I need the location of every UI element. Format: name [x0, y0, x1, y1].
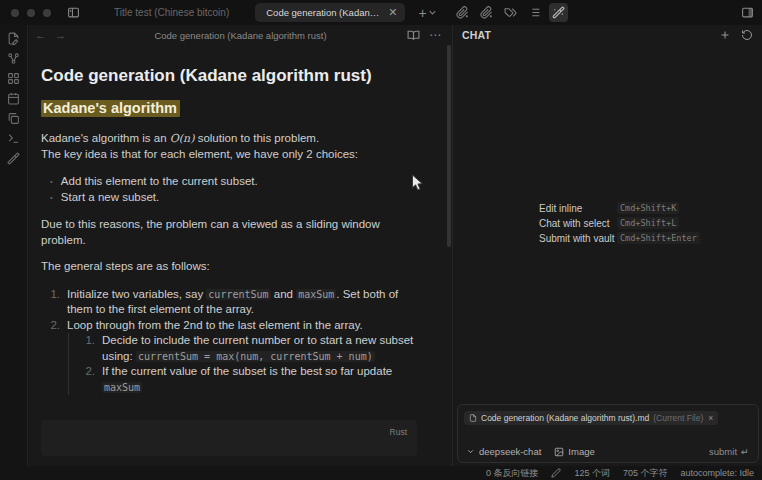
pencil-edit-icon[interactable]: [551, 468, 561, 478]
templates-copy-icon[interactable]: [7, 112, 20, 125]
image-icon: [554, 447, 564, 457]
chat-header: CHAT: [453, 25, 762, 45]
backlinks-count[interactable]: 0 条反向链接: [486, 467, 539, 480]
math-inline: O(n): [170, 132, 195, 145]
document-title: Code generation (Kadane algorithm rust): [41, 66, 420, 86]
file-icon: [469, 414, 477, 422]
attach-link-icon[interactable]: [453, 3, 472, 22]
editor-pane: ← → Code generation (Kadane algorithm ru…: [29, 25, 452, 466]
paragraph-line: The key idea is that for each element, w…: [41, 148, 358, 160]
paragraph: Kadane's algorithm is an O(n) solution t…: [41, 131, 420, 162]
chat-input-box[interactable]: Code generation (Kadane algorithm rust).…: [457, 404, 759, 463]
tab-code-generation[interactable]: Code generation (Kadan… ✕: [255, 3, 405, 22]
model-selector[interactable]: deepseek-chat: [466, 446, 541, 457]
tags-icon[interactable]: [501, 3, 520, 22]
graph-view-icon[interactable]: [7, 52, 20, 65]
new-tab-button[interactable]: +: [418, 5, 426, 21]
submit-button[interactable]: submit↵: [709, 446, 749, 457]
window-controls: [0, 9, 51, 17]
tab-label: Code generation (Kadan…: [266, 7, 379, 18]
back-arrow-icon[interactable]: ←: [35, 30, 46, 41]
status-bar: 0 条反向链接 125 个词 705 个字符 autocomplete: Idl…: [0, 466, 762, 480]
tab-bar: Title test (Chinese bitcoin) Code genera…: [88, 3, 427, 22]
context-file-chip[interactable]: Code generation (Kadane algorithm rust).…: [464, 411, 718, 425]
shortcut-label: Chat with select: [539, 218, 611, 229]
ordered-list: 1. Initialize two variables, say current…: [41, 287, 420, 396]
canvas-grid-icon[interactable]: [7, 72, 20, 85]
calendar-icon[interactable]: [7, 92, 20, 105]
shortcut-keys: Cmd+Shift+K: [617, 202, 679, 214]
view-toolbar: [453, 0, 568, 25]
paragraph: The general steps are as follows:: [41, 259, 420, 275]
chat-history-icon[interactable]: [741, 29, 753, 41]
bullet-marker: •: [50, 174, 53, 190]
list-item: 1. Decide to include the current number …: [69, 333, 420, 364]
shortcut-keys: Cmd+Shift+L: [617, 217, 679, 229]
image-label: Image: [568, 446, 594, 457]
list-item: • Add this element to the current subset…: [41, 174, 420, 190]
right-sidebar-toggle-icon[interactable]: [741, 6, 754, 19]
code-block[interactable]: Rust: [41, 420, 417, 456]
shortcut-label: Submit with vault: [539, 233, 611, 244]
enter-key-icon: ↵: [741, 446, 749, 457]
bullet-list: • Add this element to the current subset…: [41, 174, 420, 205]
new-chat-plus-icon[interactable]: [719, 29, 731, 41]
new-note-icon[interactable]: [7, 32, 20, 45]
window-close-button[interactable]: [11, 9, 19, 17]
terminal-icon[interactable]: [7, 132, 20, 145]
chat-panel: CHAT Edit inline Cmd+Shift+K Chat with s…: [452, 25, 762, 466]
bullet-marker: •: [50, 190, 53, 206]
list-item: 1. Initialize two variables, say current…: [41, 287, 420, 318]
list-item: • Start a new subset.: [41, 190, 420, 206]
reading-mode-book-icon[interactable]: [407, 29, 420, 42]
inline-code: maxSum: [296, 289, 336, 300]
autocomplete-status: autocomplete: Idle: [680, 468, 754, 478]
paragraph: Due to this reasons, the problem can a v…: [41, 217, 420, 248]
titlebar: Title test (Chinese bitcoin) Code genera…: [0, 0, 762, 25]
more-options-icon[interactable]: ⋯: [429, 28, 442, 42]
char-count: 705 个字符: [623, 467, 668, 480]
window-minimize-button[interactable]: [27, 9, 35, 17]
wand-ribbon-icon[interactable]: [7, 152, 20, 165]
chip-close-icon[interactable]: ×: [708, 413, 713, 423]
section-heading: Kadane's algorithm: [41, 99, 420, 118]
highlighted-text: Kadane's algorithm: [41, 100, 180, 117]
inline-code: maxSum: [102, 382, 142, 393]
inline-code: currentSum = max(num, currentSum + num): [136, 351, 375, 362]
editor-scrollbar[interactable]: [447, 45, 451, 247]
tab-close-icon[interactable]: ✕: [388, 7, 397, 18]
image-attach-button[interactable]: Image: [554, 446, 594, 457]
nested-ordered-list: 1. Decide to include the current number …: [68, 333, 420, 395]
attach-file-plus-icon[interactable]: [477, 3, 496, 22]
chip-filename: Code generation (Kadane algorithm rust).…: [481, 413, 649, 423]
chip-current-file-tag: (Current File): [653, 413, 703, 423]
code-language-label: Rust: [390, 425, 407, 441]
shortcut-label: Edit inline: [539, 203, 611, 214]
window-zoom-button[interactable]: [43, 9, 51, 17]
shortcut-keys: Cmd+Shift+Enter: [617, 232, 700, 244]
left-sidebar-toggle-icon[interactable]: [67, 6, 80, 19]
list-icon[interactable]: [525, 3, 544, 22]
chat-title: CHAT: [462, 29, 491, 41]
view-actions: ⋯: [407, 25, 442, 45]
left-ribbon: [0, 25, 28, 466]
inline-code: currentSum: [206, 289, 270, 300]
shortcut-hints: Edit inline Cmd+Shift+K Chat with select…: [539, 202, 700, 244]
markdown-editor[interactable]: Code generation (Kadane algorithm rust) …: [29, 45, 446, 466]
editor-view-header: ← → Code generation (Kadane algorithm ru…: [29, 25, 452, 45]
wand-icon[interactable]: [549, 3, 568, 22]
model-name: deepseek-chat: [479, 446, 541, 457]
chat-input-toolbar: deepseek-chat Image submit↵: [466, 446, 749, 457]
tab-title-test[interactable]: Title test (Chinese bitcoin): [88, 7, 255, 18]
word-count: 125 个词: [574, 467, 610, 480]
chat-header-actions: [719, 29, 753, 41]
chevron-down-icon: [466, 447, 475, 456]
tab-list-chevron-down-icon[interactable]: [427, 7, 438, 18]
forward-arrow-icon[interactable]: →: [55, 30, 66, 41]
list-item: 2. Loop through from the 2nd to the last…: [41, 318, 420, 334]
list-item: 2. If the current value of the subset is…: [69, 364, 420, 395]
breadcrumb[interactable]: Code generation (Kadane algorithm rust): [29, 30, 452, 41]
nav-arrows: ← →: [29, 30, 66, 41]
